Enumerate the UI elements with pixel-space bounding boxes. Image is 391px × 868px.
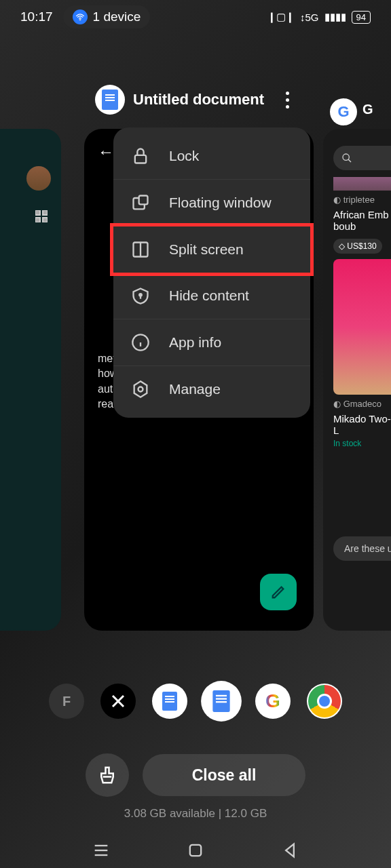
svg-rect-1 (35, 210, 40, 215)
app-card-header[interactable]: Untitled document (95, 85, 289, 115)
app-title: Untitled document (133, 91, 264, 108)
recent-app-card-left[interactable]: ▭ (0, 129, 61, 631)
price-tag: ◇ US$130 (333, 239, 382, 254)
wifi-icon (73, 9, 88, 24)
manage-icon (131, 380, 150, 399)
nav-back-icon[interactable] (280, 841, 299, 860)
bottom-actions: Close all (0, 753, 391, 797)
recent-app-card-right[interactable]: G G ◐ tripletee African Emb Mikado boub … (323, 129, 391, 631)
floating-window-icon (131, 193, 150, 212)
svg-marker-16 (134, 381, 147, 397)
network-type: ↕5G (300, 12, 319, 23)
nav-home-icon[interactable] (186, 841, 205, 860)
lock-icon (131, 146, 150, 165)
split-screen-icon (131, 240, 150, 259)
edit-button[interactable] (260, 574, 297, 610)
stock-status: In stock (333, 439, 391, 448)
device-indicator[interactable]: 1 device (63, 5, 151, 28)
battery-indicator: 94 (352, 11, 371, 24)
app-carousel: F G (0, 684, 391, 719)
search-bar[interactable] (333, 146, 391, 170)
status-time: 10:17 (20, 9, 53, 24)
svg-point-5 (343, 154, 349, 160)
menu-label: App info (169, 334, 221, 351)
vibrate-icon: ❙▢❙ (267, 11, 295, 23)
google-logo-icon: G (330, 98, 357, 125)
info-icon (131, 333, 150, 352)
svg-point-17 (138, 387, 143, 392)
close-all-button[interactable]: Close all (143, 754, 305, 796)
carousel-app-f[interactable]: F (49, 684, 84, 719)
carousel-app-docs-1[interactable] (152, 684, 187, 719)
shop-label-2: ◐ Gmadeco (333, 399, 391, 409)
product-title: African Emb Mikado boub (333, 209, 391, 232)
product-image (333, 177, 391, 191)
svg-rect-21 (190, 845, 201, 856)
clear-memory-button[interactable] (86, 753, 129, 797)
feedback-pill[interactable]: Are these useful? (333, 536, 391, 561)
svg-rect-6 (135, 155, 146, 163)
product-image-2 (333, 259, 391, 395)
memory-status: 3.08 GB available | 12.0 GB (0, 807, 391, 821)
app-icon[interactable] (95, 85, 125, 115)
status-bar: 10:17 1 device ❙▢❙ ↕5G ▮▮▮▮ 94 (0, 0, 391, 34)
svg-point-0 (79, 19, 81, 20)
shop-label: ◐ tripletee (333, 195, 391, 205)
menu-item-lock[interactable]: Lock (113, 133, 310, 180)
menu-item-app-info[interactable]: App info (113, 319, 310, 366)
svg-point-11 (139, 294, 142, 296)
product-title-2: Mikado Two- Rich Aunty L (333, 413, 391, 436)
avatar (26, 166, 51, 191)
carousel-app-chrome[interactable] (307, 684, 342, 719)
menu-item-floating-window[interactable]: Floating window (113, 180, 310, 226)
hide-content-icon (131, 286, 150, 305)
menu-item-hide-content[interactable]: Hide content (113, 273, 310, 319)
nav-recents-icon[interactable] (92, 841, 111, 860)
signal-icon: ▮▮▮▮ (324, 11, 346, 23)
status-indicators: ❙▢❙ ↕5G ▮▮▮▮ 94 (267, 11, 371, 24)
menu-label: Hide content (169, 288, 249, 304)
svg-rect-8 (139, 196, 148, 205)
more-options-button[interactable] (286, 92, 289, 108)
grid-icon (35, 210, 48, 222)
menu-item-split-screen[interactable]: Split screen (110, 223, 314, 276)
carousel-app-x[interactable] (100, 684, 136, 719)
device-count-label: 1 device (93, 9, 141, 24)
app-context-menu: Lock Floating window Split screen Hide c… (113, 127, 310, 418)
navigation-bar (0, 841, 391, 860)
docs-icon (102, 90, 118, 110)
menu-item-manage[interactable]: Manage (113, 366, 310, 412)
carousel-app-google[interactable]: G (255, 684, 291, 719)
svg-rect-3 (35, 218, 40, 222)
menu-label: Split screen (169, 241, 244, 258)
menu-label: Manage (169, 381, 221, 397)
svg-rect-2 (43, 210, 48, 215)
menu-label: Lock (169, 148, 199, 164)
svg-rect-4 (43, 218, 48, 222)
carousel-app-docs-2[interactable] (201, 681, 242, 722)
menu-label: Floating window (169, 195, 272, 211)
